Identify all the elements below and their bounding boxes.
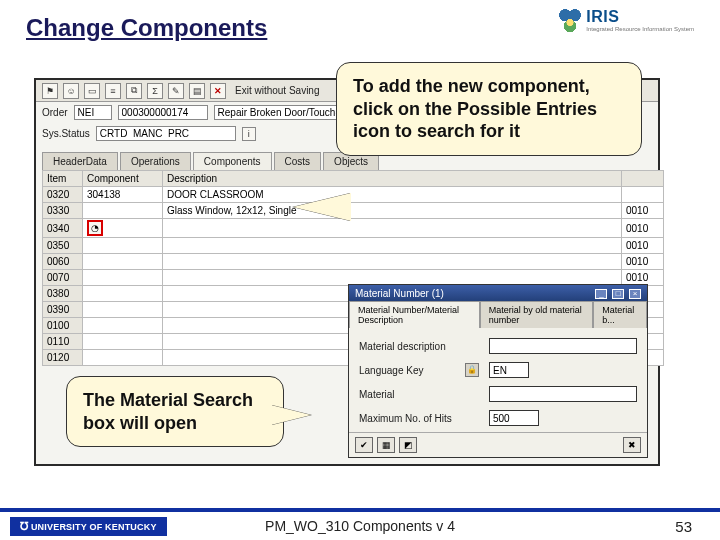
status-info-icon[interactable]: i	[242, 127, 256, 141]
table-row[interactable]: 00600010	[43, 254, 664, 270]
tab-headerdata[interactable]: HeaderData	[42, 152, 118, 170]
tab-costs[interactable]: Costs	[274, 152, 322, 170]
search-opt1-button[interactable]: ▦	[377, 437, 395, 453]
order-label: Order	[42, 107, 68, 118]
search-dialog-footer: ✔ ▦ ◩ ✖	[349, 432, 647, 457]
table-row[interactable]: 0330 Glass Window, 12x12, Single 0010	[43, 203, 664, 219]
search-tab-strip: Material Number/Material Description Mat…	[349, 301, 647, 328]
col-description: Description	[163, 171, 622, 187]
search-cancel-button[interactable]: ✖	[623, 437, 641, 453]
toolbar-list-icon[interactable]: ▤	[189, 83, 205, 99]
material-label: Material	[359, 389, 459, 400]
col-item: Item	[43, 171, 83, 187]
order-type-field[interactable]	[74, 105, 112, 120]
col-component: Component	[83, 171, 163, 187]
toolbar-doc-icon[interactable]: ▭	[84, 83, 100, 99]
lang-input[interactable]	[489, 362, 529, 378]
search-dialog-title: Material Number (1) _ □ ×	[349, 285, 647, 301]
toolbar-tree-icon[interactable]: ≡	[105, 83, 121, 99]
lock-icon: 🔒	[465, 363, 479, 377]
slide-title: Change Components	[26, 14, 267, 42]
mat-desc-label: Material description	[359, 341, 459, 352]
table-row-active[interactable]: 0340 ◔ 0010	[43, 219, 664, 238]
status-field	[96, 126, 236, 141]
search-tab-old[interactable]: Material by old material number	[480, 301, 594, 328]
toolbar-sum-icon[interactable]: Σ	[147, 83, 163, 99]
material-input[interactable]	[489, 386, 637, 402]
tab-components[interactable]: Components	[193, 152, 272, 170]
exit-without-saving-button[interactable]: ✕	[210, 83, 226, 99]
footer: ℧ UNIVERSITY OF KENTUCKY PM_WO_310 Compo…	[0, 508, 720, 540]
toolbar-graph-icon[interactable]: ⧉	[126, 83, 142, 99]
dialog-max-icon[interactable]: □	[612, 289, 624, 299]
exit-label: Exit without Saving	[235, 85, 320, 96]
mat-desc-input[interactable]	[489, 338, 637, 354]
search-tab-desc[interactable]: Material Number/Material Description	[349, 301, 480, 328]
table-row[interactable]: 0320 304138 DOOR CLASSROOM	[43, 187, 664, 203]
dialog-close-icon[interactable]: ×	[629, 289, 641, 299]
table-row[interactable]: 03500010	[43, 238, 664, 254]
possible-entries-icon[interactable]: ◔	[87, 220, 103, 236]
toolbar-user-icon[interactable]: ☺	[63, 83, 79, 99]
toolbar-flag-icon[interactable]: ⚑	[42, 83, 58, 99]
callout-possible-entries: To add the new component, click on the P…	[336, 62, 642, 156]
material-search-dialog: Material Number (1) _ □ × Material Numbe…	[348, 284, 648, 458]
tab-operations[interactable]: Operations	[120, 152, 191, 170]
lang-label: Language Key	[359, 365, 459, 376]
status-label: Sys.Status	[42, 128, 90, 139]
dialog-min-icon[interactable]: _	[595, 289, 607, 299]
max-hits-input[interactable]	[489, 410, 539, 426]
iris-logo: IRIS Integrated Resource Information Sys…	[558, 8, 694, 32]
footer-center-text: PM_WO_310 Components v 4	[0, 518, 720, 534]
search-tab-more[interactable]: Material b...	[593, 301, 647, 328]
col-right	[622, 171, 664, 187]
max-hits-label: Maximum No. of Hits	[359, 413, 459, 424]
order-number-field[interactable]	[118, 105, 208, 120]
callout-search-box: The Material Search box will open	[66, 376, 284, 447]
iris-logo-sub: Integrated Resource Information System	[586, 26, 694, 32]
search-ok-button[interactable]: ✔	[355, 437, 373, 453]
toolbar-tag-icon[interactable]: ✎	[168, 83, 184, 99]
search-opt2-button[interactable]: ◩	[399, 437, 417, 453]
iris-logo-text: IRIS	[586, 8, 694, 26]
iris-flower-icon	[558, 8, 582, 32]
